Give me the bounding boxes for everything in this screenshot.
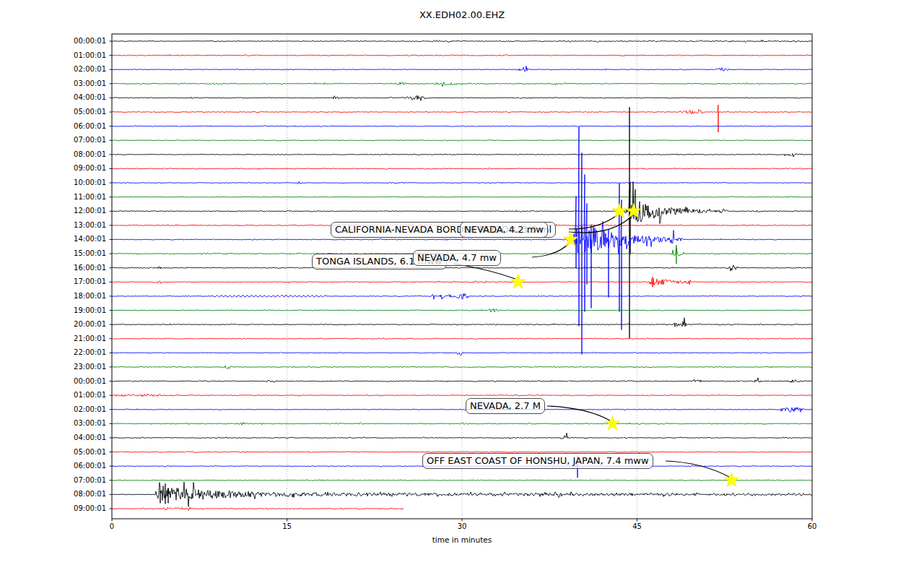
row-time-label: 16:00:01 [56,264,106,272]
x-axis-label: time in minutes [0,535,924,544]
row-time-label: 10:00:01 [56,178,106,186]
row-time-label: 08:00:01 [56,150,106,158]
trace-row [112,154,812,158]
row-time-label: 01:00:01 [56,51,106,59]
row-time-label: 09:00:01 [56,164,106,172]
trace-row [112,433,812,439]
row-time-label: 13:00:01 [56,221,106,229]
row-time-label: 21:00:01 [56,335,106,342]
row-time-label: 06:00:01 [56,462,106,470]
trace-row [112,139,812,141]
event-label: NEVADA, 4.2 mw [460,222,548,238]
row-time-label: 20:00:01 [56,320,106,328]
helicorder-plot [0,0,924,578]
event-connector [532,243,570,257]
row-time-label: 02:00:01 [56,405,106,413]
trace-row [112,54,812,56]
row-time-label: 07:00:01 [56,476,106,484]
trace-row [112,40,812,43]
row-time-label: 08:00:01 [56,490,106,498]
event-star-icon [605,415,620,430]
event-connector [666,461,729,477]
trace-row [112,394,812,397]
row-time-label: 12:00:01 [56,207,106,215]
axes-frame [112,34,812,519]
event-star-icon [510,274,526,288]
trace-row [112,352,812,355]
event-label: NEVADA, 4.7 mw [413,250,501,266]
event-connector [547,406,610,420]
row-time-label: 14:00:01 [56,235,106,243]
row-time-label: 06:00:01 [56,122,106,130]
row-time-label: 19:00:01 [56,306,106,314]
x-tick-label: 30 [448,522,476,530]
row-time-label: 05:00:01 [56,448,106,456]
trace-row [112,507,404,510]
axis-ticks [110,41,813,522]
row-time-label: 18:00:01 [56,292,106,300]
row-time-label: 09:00:01 [56,504,106,512]
trace-row [112,95,812,100]
row-time-label: 01:00:01 [56,391,106,399]
row-time-label: 00:00:01 [56,377,106,385]
row-time-label: 02:00:01 [56,65,106,73]
x-tick-label: 45 [623,522,652,530]
row-time-label: 00:00:01 [56,37,106,45]
row-time-label: 03:00:01 [56,419,106,427]
row-time-label: 04:00:01 [56,434,106,441]
seismogram-figure: XX.EDH02.00.EHZ 00:00:0101:00:0102:00:01… [0,0,924,578]
x-tick-label: 0 [97,522,126,530]
trace-row [112,337,812,340]
trace-row [112,482,812,506]
row-time-label: 03:00:01 [56,79,106,87]
trace-row [112,126,812,127]
event-stars [510,203,739,486]
x-tick-label: 60 [798,522,827,530]
event-connector [454,264,515,279]
row-time-label: 04:00:01 [56,93,106,101]
trace-row [112,480,812,481]
row-time-label: 05:00:01 [56,108,106,116]
event-label: NEVADA, 2.7 M [466,398,545,414]
row-time-label: 17:00:01 [56,277,106,285]
event-star-icon [724,473,739,487]
trace-row [112,407,812,413]
row-time-label: 22:00:01 [56,348,106,356]
row-time-label: 07:00:01 [56,136,106,144]
trace-row [112,277,812,287]
trace-row [112,105,812,132]
row-time-label: 23:00:01 [56,363,106,371]
row-time-label: 15:00:01 [56,249,106,257]
event-label: OFF EAST COAST OF HONSHU, JAPAN, 7.4 mww [422,453,653,469]
x-tick-label: 15 [273,522,302,530]
row-time-label: 11:00:01 [56,193,106,201]
